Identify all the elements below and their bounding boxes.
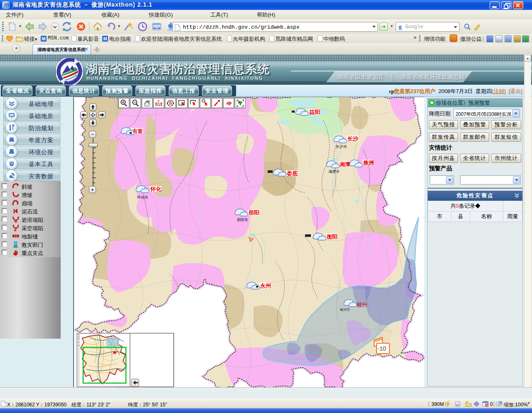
- svg-text:娄底: 娄底: [286, 170, 298, 177]
- svg-text:邵阳市: 邵阳市: [237, 218, 248, 222]
- svg-text:邵阳: 邵阳: [248, 209, 259, 216]
- svg-text:益阳: 益阳: [309, 109, 320, 115]
- svg-text:湘潭市: 湘潭市: [328, 170, 340, 174]
- svg-text:10: 10: [379, 345, 386, 352]
- svg-text:衡阳: 衡阳: [326, 234, 337, 240]
- svg-text:S: S: [169, 101, 172, 106]
- svg-text:郴州: 郴州: [356, 302, 367, 308]
- svg-text:湘潭: 湘潭: [339, 161, 350, 167]
- svg-text:?: ?: [158, 99, 160, 103]
- svg-text:怀化: 怀化: [150, 186, 162, 192]
- svg-text:长沙: 长沙: [347, 135, 359, 142]
- svg-text:永州: 永州: [260, 283, 271, 289]
- svg-text:株洲: 株洲: [363, 160, 374, 166]
- svg-text:长沙市: 长沙市: [336, 145, 347, 149]
- svg-text:怀化市: 怀化市: [137, 195, 148, 199]
- svg-text:郴州市: 郴州市: [340, 308, 350, 312]
